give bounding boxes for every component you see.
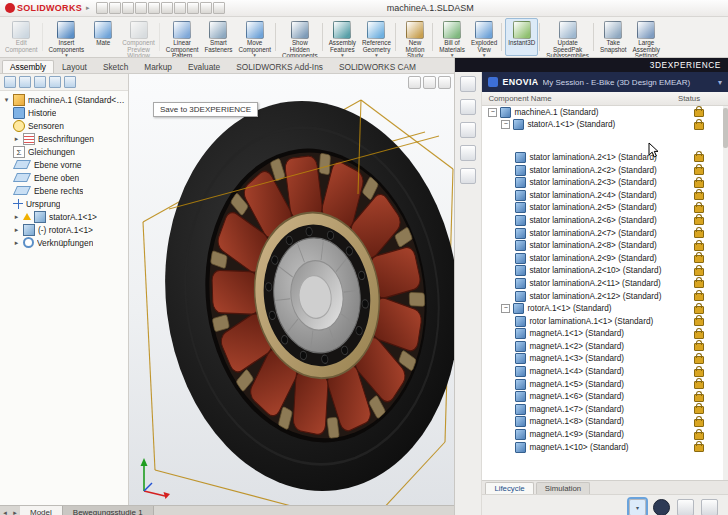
select-icon[interactable] xyxy=(174,2,186,14)
expander-icon[interactable] xyxy=(13,239,20,247)
feature-tree-root[interactable]: machineA.1 (Standard<Anzeigestatus-1> xyxy=(0,93,128,106)
component-tree-row[interactable]: stator laminationA.2<9> (Standard) xyxy=(482,252,728,265)
tab-scroll-left-icon[interactable]: ◂ xyxy=(0,506,10,515)
feature-tree-item[interactable]: Gleichungen xyxy=(0,145,128,158)
panel-tab[interactable]: Lifecycle xyxy=(485,482,533,494)
panel-settings-icon[interactable] xyxy=(701,499,718,515)
tree-scrollbar[interactable] xyxy=(723,106,728,480)
expander-icon[interactable] xyxy=(13,226,20,234)
chevron-down-icon[interactable]: ▾ xyxy=(718,78,722,87)
feature-tree-item[interactable]: statorA.1<1> xyxy=(0,210,128,223)
component-tree-row[interactable]: stator laminationA.2<12> (Standard) xyxy=(482,290,728,303)
component-tree-row[interactable]: statorA.1<1> (Standard) xyxy=(482,119,728,132)
component-tree-row[interactable]: stator laminationA.2<6> (Standard) xyxy=(482,214,728,227)
commandmanager-tab[interactable]: Sketch xyxy=(95,60,136,73)
commandmanager-tab[interactable]: SOLIDWORKS CAM xyxy=(331,60,424,73)
component-tree-row[interactable]: stator laminationA.2<7> (Standard) xyxy=(482,227,728,240)
widgets-icon[interactable] xyxy=(460,168,476,184)
component-tree-row[interactable]: magnetA.1<3> (Standard) xyxy=(482,353,728,366)
collapse-icon[interactable] xyxy=(501,304,510,313)
component-mode-icon[interactable]: ▾ xyxy=(629,499,646,515)
insert-components-button[interactable]: Insert Components ▾ xyxy=(46,18,88,56)
scrollbar-thumb[interactable] xyxy=(723,108,728,148)
options-icon[interactable] xyxy=(213,2,225,14)
collapse-icon[interactable] xyxy=(488,108,497,117)
compass-icon[interactable] xyxy=(653,499,670,515)
commandmanager-tab[interactable]: Markup xyxy=(136,60,180,73)
component-tree-row[interactable]: rotorA.1<1> (Standard) xyxy=(482,302,728,315)
instant3d-button[interactable]: Instant3D xyxy=(505,18,538,56)
feature-tree-item[interactable]: Ursprung xyxy=(0,197,128,210)
component-preview-window-button[interactable]: Component Preview Window xyxy=(119,18,158,56)
update-speedpak-subassemblies-button[interactable]: Update SpeedPak Subassemblies xyxy=(543,18,592,56)
commandmanager-tab[interactable]: Layout xyxy=(54,60,95,73)
component-tree-row[interactable]: magnetA.1<8> (Standard) xyxy=(482,416,728,429)
redo-icon[interactable] xyxy=(161,2,173,14)
share-icon[interactable] xyxy=(460,122,476,138)
linear-component-pattern-button[interactable]: Linear Component Pattern ▾ xyxy=(163,18,202,56)
component-name-column-header[interactable]: Component Name xyxy=(488,94,678,103)
component-tree-row[interactable]: magnetA.1<6> (Standard) xyxy=(482,390,728,403)
assembly-features-button[interactable]: Assembly Features ▾ xyxy=(326,18,359,56)
commandmanager-tab[interactable]: Evaluate xyxy=(180,60,228,73)
feature-tree-item[interactable]: (-) rotorA.1<1> xyxy=(0,223,128,236)
undo-icon[interactable] xyxy=(148,2,160,14)
configurationmanager-icon[interactable] xyxy=(34,76,46,88)
commandmanager-tab[interactable]: Assembly xyxy=(2,60,54,73)
component-tree-row[interactable]: magnetA.1<7> (Standard) xyxy=(482,403,728,416)
model-tab[interactable]: Bewegungsstudie 1 xyxy=(63,506,154,515)
featuremanager-tree-icon[interactable] xyxy=(4,76,16,88)
commandmanager-tab[interactable]: SOLIDWORKS Add-Ins xyxy=(228,60,331,73)
expander-icon[interactable] xyxy=(13,135,20,143)
feature-tree-item[interactable]: Historie xyxy=(0,106,128,119)
component-tree-row[interactable]: magnetA.1<1> (Standard) xyxy=(482,328,728,341)
dimxpertmanager-icon[interactable] xyxy=(49,76,61,88)
propertymanager-icon[interactable] xyxy=(19,76,31,88)
rebuild-icon[interactable] xyxy=(187,2,199,14)
save-icon[interactable] xyxy=(122,2,134,14)
component-tree-row[interactable]: magnetA.1<5> (Standard) xyxy=(482,378,728,391)
new-document-icon[interactable] xyxy=(96,2,108,14)
enovia-session-bar[interactable]: ENOVIA My Session - E-Bike (3D Design EM… xyxy=(482,72,728,92)
take-snapshot-button[interactable]: Take Snapshot xyxy=(597,18,630,56)
view-orientation-icon[interactable] xyxy=(423,76,436,89)
feature-tree-item[interactable]: Sensoren xyxy=(0,119,128,132)
status-column-header[interactable]: Status xyxy=(678,94,722,103)
collapse-icon[interactable] xyxy=(501,120,510,129)
component-tree-row[interactable]: stator laminationA.2<5> (Standard) xyxy=(482,202,728,215)
zoom-fit-icon[interactable] xyxy=(408,76,421,89)
large-assembly-settings-button[interactable]: Large Assembly Settings ▾ xyxy=(630,18,663,56)
component-tree-row[interactable]: stator laminationA.2<10> (Standard) xyxy=(482,265,728,278)
component-tree-row[interactable]: magnetA.1<9> (Standard) xyxy=(482,428,728,441)
smart-fasteners-button[interactable]: Smart Fasteners xyxy=(201,18,235,56)
component-tree-row[interactable]: machineA.1 (Standard) xyxy=(482,106,728,119)
component-tree-row[interactable]: magnetA.1<2> (Standard) xyxy=(482,340,728,353)
print-icon[interactable] xyxy=(135,2,147,14)
component-tree-row[interactable]: stator laminationA.2<2> (Standard) xyxy=(482,164,728,177)
displaymanager-icon[interactable] xyxy=(64,76,76,88)
component-tree-row[interactable]: stator laminationA.2<11> (Standard) xyxy=(482,277,728,290)
3d-viewport[interactable]: Save to 3DEXPERIENCE xyxy=(129,74,454,505)
content-browser-icon[interactable] xyxy=(677,499,694,515)
bill-of-materials-button[interactable]: Bill of Materials ▾ xyxy=(436,18,468,56)
feature-tree-item[interactable]: Verknüpfungen xyxy=(0,236,128,249)
panel-tab[interactable]: Simulation xyxy=(536,482,590,494)
search-icon[interactable] xyxy=(460,99,476,115)
component-tree-row[interactable]: stator laminationA.2<8> (Standard) xyxy=(482,239,728,252)
feature-tree-item[interactable]: Ebene oben xyxy=(0,171,128,184)
feature-tree-item[interactable]: Beschriftungen xyxy=(0,132,128,145)
edit-component-button[interactable]: Edit Component xyxy=(2,18,41,56)
reference-geometry-button[interactable]: Reference Geometry ▾ xyxy=(359,18,394,56)
menu-expand-arrow-icon[interactable]: ▸ xyxy=(86,4,90,12)
mate-button[interactable]: Mate xyxy=(87,18,119,56)
file-properties-icon[interactable] xyxy=(200,2,212,14)
show-hidden-components-button[interactable]: Show Hidden Components xyxy=(279,18,321,56)
component-tree-row[interactable]: magnetA.1<10> (Standard) xyxy=(482,441,728,454)
feature-tree-item[interactable]: Ebene vorne xyxy=(0,158,128,171)
component-tree-row[interactable]: stator laminationA.2<1> (Standard) xyxy=(482,151,728,164)
component-tree-row[interactable]: stator laminationA.2<4> (Standard) xyxy=(482,189,728,202)
component-tree-row[interactable]: rotor laminationA.1<1> (Standard) xyxy=(482,315,728,328)
component-tree-row[interactable]: magnetA.1<4> (Standard) xyxy=(482,365,728,378)
model-tab[interactable]: Model xyxy=(20,506,63,515)
compass-icon[interactable] xyxy=(460,76,476,92)
